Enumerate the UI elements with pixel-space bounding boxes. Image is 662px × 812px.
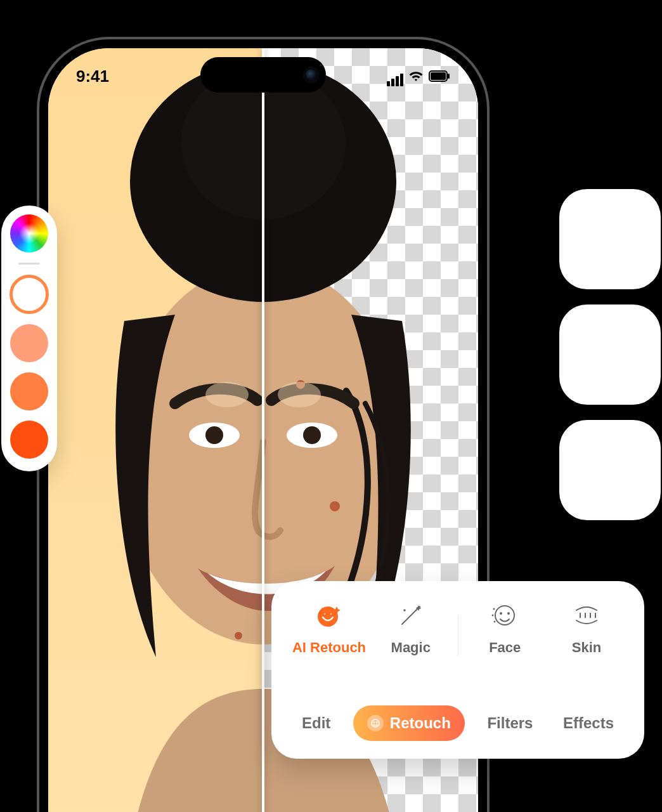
ai-retouch-icon <box>313 599 346 632</box>
svg-rect-14 <box>431 72 446 80</box>
svg-point-11 <box>205 382 249 407</box>
color-swatch-selected[interactable] <box>10 275 49 314</box>
svg-point-18 <box>330 613 332 615</box>
tool-label: Skin <box>572 639 601 656</box>
color-swatch[interactable] <box>10 324 48 362</box>
mode-filters[interactable]: Filters <box>479 705 540 741</box>
tool-ai-retouch[interactable]: AI Retouch <box>294 599 364 656</box>
color-palette <box>1 206 57 471</box>
svg-point-12 <box>278 382 321 407</box>
retouch-pill-icon <box>367 715 384 731</box>
cellular-signal-icon <box>386 67 403 86</box>
front-camera-icon <box>306 69 317 81</box>
svg-point-24 <box>492 615 494 617</box>
tools-panel: AI Retouch Magic Face <box>271 581 644 759</box>
face-icon <box>488 599 521 632</box>
dynamic-island <box>200 57 326 93</box>
svg-point-31 <box>373 721 375 723</box>
svg-point-32 <box>376 721 377 723</box>
mode-label: Retouch <box>390 714 451 732</box>
color-swatch[interactable] <box>10 421 48 459</box>
tool-label: Magic <box>391 639 431 656</box>
svg-point-23 <box>493 608 495 610</box>
mode-effects[interactable]: Effects <box>555 705 621 741</box>
svg-point-10 <box>235 632 242 639</box>
svg-point-19 <box>403 609 406 612</box>
tool-magic[interactable]: Magic <box>376 599 446 656</box>
color-swatch[interactable] <box>10 372 48 410</box>
mode-edit[interactable]: Edit <box>294 705 338 741</box>
before-after-divider[interactable] <box>262 48 264 812</box>
magic-wand-icon <box>394 599 427 632</box>
tool-label: Face <box>489 639 521 656</box>
tool-face[interactable]: Face <box>470 599 540 656</box>
tool-skin[interactable]: Skin <box>552 599 621 656</box>
color-picker-wheel-icon[interactable] <box>10 214 48 252</box>
svg-point-8 <box>330 501 340 511</box>
svg-point-6 <box>303 426 321 444</box>
battery-icon <box>429 70 450 82</box>
mode-retouch[interactable]: Retouch <box>353 705 465 741</box>
preset-thumbnail[interactable] <box>559 420 661 520</box>
svg-point-21 <box>500 612 502 615</box>
tool-row: AI Retouch Magic Face <box>294 599 621 656</box>
svg-point-22 <box>507 612 510 615</box>
skin-icon <box>570 599 603 632</box>
palette-divider <box>18 263 40 265</box>
mode-row: Edit Retouch Filters Effects <box>294 705 621 741</box>
preset-thumbnail[interactable] <box>559 304 661 405</box>
status-time: 9:41 <box>76 67 109 86</box>
tool-divider <box>458 615 458 656</box>
preset-thumbnails <box>559 189 661 520</box>
svg-point-17 <box>323 613 326 615</box>
tool-label: AI Retouch <box>292 639 366 656</box>
svg-rect-15 <box>448 74 450 79</box>
svg-point-5 <box>205 426 223 444</box>
preset-thumbnail[interactable] <box>559 189 661 289</box>
wifi-icon <box>408 70 424 82</box>
svg-point-25 <box>494 621 496 623</box>
